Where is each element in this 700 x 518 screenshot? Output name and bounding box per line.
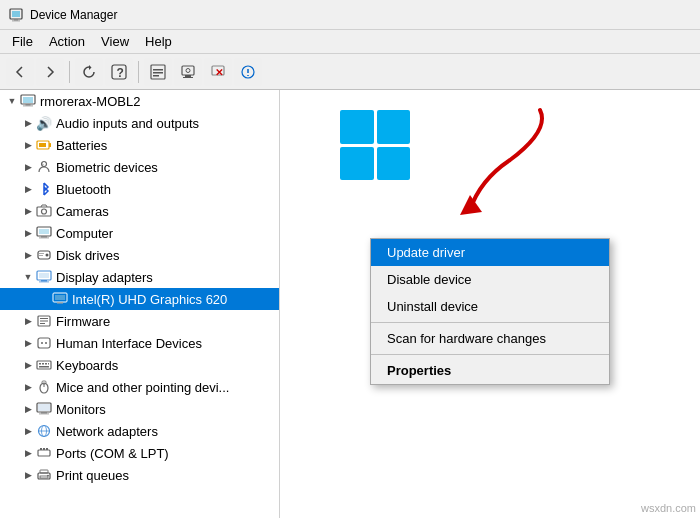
root-expand-icon: ▼	[4, 93, 20, 109]
title-bar: Device Manager	[0, 0, 700, 30]
network-expand: ▶	[20, 423, 36, 439]
firmware-label: Firmware	[56, 314, 110, 329]
svg-rect-53	[48, 363, 49, 365]
audio-expand: ▶	[20, 115, 36, 131]
computer-label: Computer	[56, 226, 113, 241]
tree-keyboards[interactable]: ▶ Keyboards	[0, 354, 279, 376]
print-label: Print queues	[56, 468, 129, 483]
svg-rect-34	[39, 255, 43, 256]
bluetooth-icon	[36, 181, 52, 197]
cameras-label: Cameras	[56, 204, 109, 219]
logo-bl	[340, 147, 374, 181]
tree-print[interactable]: ▶ Print queues	[0, 464, 279, 486]
cameras-expand: ▶	[20, 203, 36, 219]
network-label: Network adapters	[56, 424, 158, 439]
svg-point-47	[41, 342, 43, 344]
display-icon	[36, 269, 52, 285]
tree-cameras[interactable]: ▶ Cameras	[0, 200, 279, 222]
tree-audio[interactable]: ▶ 🔊 Audio inputs and outputs	[0, 112, 279, 134]
biometric-label: Biometric devices	[56, 160, 158, 175]
menu-help[interactable]: Help	[137, 32, 180, 51]
ctx-properties[interactable]: Properties	[371, 357, 609, 384]
svg-text:?: ?	[117, 66, 124, 80]
svg-point-32	[46, 254, 49, 257]
ctx-uninstall-device[interactable]: Uninstall device	[371, 293, 609, 320]
keyboard-icon	[36, 357, 52, 373]
watermark: wsxdn.com	[641, 502, 696, 514]
audio-icon: 🔊	[36, 115, 52, 131]
battery-icon	[36, 137, 52, 153]
svg-point-26	[42, 209, 47, 214]
tree-monitors[interactable]: ▶ Monitors	[0, 398, 279, 420]
tree-gpu[interactable]: Intel(R) UHD Graphics 620	[0, 288, 279, 310]
svg-rect-49	[37, 361, 51, 369]
menu-bar: File Action View Help	[0, 30, 700, 54]
tree-network[interactable]: ▶ Network adapters	[0, 420, 279, 442]
tree-batteries[interactable]: ▶ Batteries	[0, 134, 279, 156]
gpu-label: Intel(R) UHD Graphics 620	[72, 292, 227, 307]
monitors-expand: ▶	[20, 401, 36, 417]
main-content: ▼ rmorerax-MOBL2 ▶ 🔊 Audio inputs and ou…	[0, 90, 700, 518]
btn-back[interactable]	[6, 58, 34, 86]
btn-uninstall[interactable]: ✕	[204, 58, 232, 86]
ports-expand: ▶	[20, 445, 36, 461]
ctx-update-driver[interactable]: Update driver	[371, 239, 609, 266]
btn-update[interactable]	[234, 58, 262, 86]
svg-rect-2	[14, 19, 18, 21]
btn-refresh[interactable]	[75, 58, 103, 86]
tree-mice[interactable]: ▶ Mice and other pointing devi...	[0, 376, 279, 398]
mice-icon	[36, 379, 52, 395]
menu-view[interactable]: View	[93, 32, 137, 51]
toolbar-sep-2	[138, 61, 139, 83]
svg-rect-36	[39, 273, 49, 278]
bluetooth-expand: ▶	[20, 181, 36, 197]
tree-ports[interactable]: ▶ Ports (COM & LPT)	[0, 442, 279, 464]
tree-computer[interactable]: ▶ Computer	[0, 222, 279, 244]
disk-icon	[36, 247, 52, 263]
svg-rect-38	[39, 282, 49, 283]
logo-tr	[377, 110, 411, 144]
ports-label: Ports (COM & LPT)	[56, 446, 169, 461]
tree-display[interactable]: ▼ Display adapters	[0, 266, 279, 288]
tree-disk[interactable]: ▶ Disk drives	[0, 244, 279, 266]
display-expand: ▼	[20, 269, 36, 285]
network-icon	[36, 423, 52, 439]
svg-rect-41	[57, 302, 63, 304]
title-bar-icon	[8, 7, 24, 23]
svg-rect-60	[41, 412, 47, 414]
svg-point-48	[45, 342, 47, 344]
btn-forward[interactable]	[36, 58, 64, 86]
svg-rect-7	[153, 69, 163, 71]
svg-rect-61	[39, 414, 49, 415]
monitors-label: Monitors	[56, 402, 106, 417]
tree-root[interactable]: ▼ rmorerax-MOBL2	[0, 90, 279, 112]
tree-firmware[interactable]: ▶ Firmware	[0, 310, 279, 332]
mice-expand: ▶	[20, 379, 36, 395]
svg-rect-30	[39, 238, 49, 239]
camera-icon	[36, 203, 52, 219]
svg-rect-29	[41, 236, 47, 238]
btn-help[interactable]: ?	[105, 58, 133, 86]
logo-tl	[340, 110, 374, 144]
ctx-disable-device[interactable]: Disable device	[371, 266, 609, 293]
svg-rect-46	[38, 338, 50, 348]
btn-properties[interactable]	[144, 58, 172, 86]
btn-scan[interactable]	[174, 58, 202, 86]
svg-rect-37	[41, 280, 47, 282]
firmware-icon	[36, 313, 52, 329]
menu-file[interactable]: File	[4, 32, 41, 51]
tree-bluetooth[interactable]: ▶ Bluetooth	[0, 178, 279, 200]
firmware-expand: ▶	[20, 313, 36, 329]
display-label: Display adapters	[56, 270, 153, 285]
ctx-scan-hardware[interactable]: Scan for hardware changes	[371, 325, 609, 352]
svg-rect-50	[39, 363, 41, 365]
svg-rect-20	[23, 106, 33, 107]
tree-hid[interactable]: ▶ Human Interface Devices	[0, 332, 279, 354]
red-arrow	[410, 100, 570, 220]
svg-rect-33	[39, 253, 44, 254]
tree-biometric[interactable]: ▶ Biometric devices	[0, 156, 279, 178]
monitors-icon	[36, 401, 52, 417]
svg-rect-71	[40, 476, 48, 478]
mice-label: Mice and other pointing devi...	[56, 380, 229, 395]
menu-action[interactable]: Action	[41, 32, 93, 51]
